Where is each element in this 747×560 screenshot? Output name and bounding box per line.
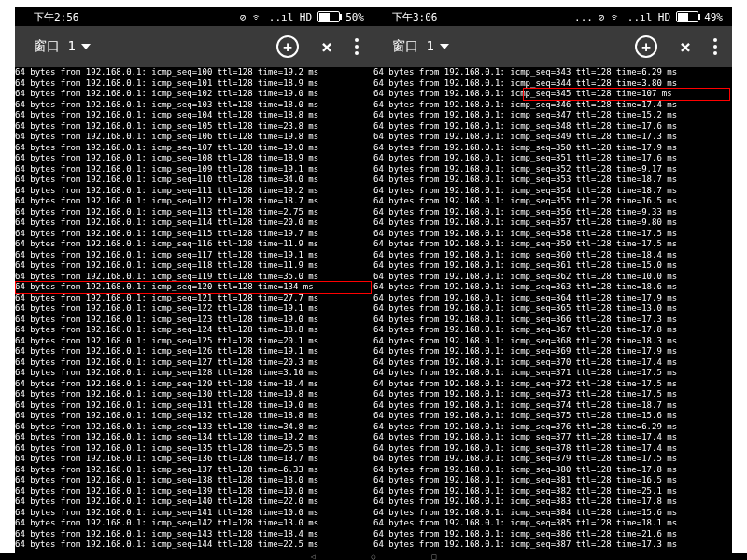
ping-line: 64 bytes from 192.168.0.1: icmp_seq=103 … <box>15 100 374 111</box>
menu-button[interactable] <box>355 38 359 55</box>
ping-line: 64 bytes from 192.168.0.1: icmp_seq=105 … <box>15 121 374 133</box>
ping-line: 64 bytes from 192.168.0.1: icmp_seq=353 … <box>374 175 732 186</box>
ping-line: 64 bytes from 192.168.0.1: icmp_seq=123 … <box>15 315 374 326</box>
ping-line: 64 bytes from 192.168.0.1: icmp_seq=350 … <box>374 143 732 154</box>
ping-line: 64 bytes from 192.168.0.1: icmp_seq=115 … <box>15 229 374 240</box>
ping-line: 64 bytes from 192.168.0.1: icmp_seq=139 … <box>15 486 374 497</box>
ping-line: 64 bytes from 192.168.0.1: icmp_seq=138 … <box>15 475 374 486</box>
ping-line: 64 bytes from 192.168.0.1: icmp_seq=100 … <box>15 67 374 78</box>
ping-line: 64 bytes from 192.168.0.1: icmp_seq=383 … <box>374 497 732 508</box>
ping-line: 64 bytes from 192.168.0.1: icmp_seq=140 … <box>15 497 374 508</box>
ping-line: 64 bytes from 192.168.0.1: icmp_seq=362 … <box>374 272 732 283</box>
highlight-box <box>523 88 730 101</box>
highlight-box <box>15 281 372 294</box>
ping-line: 64 bytes from 192.168.0.1: icmp_seq=108 … <box>15 153 374 164</box>
ping-line: 64 bytes from 192.168.0.1: icmp_seq=355 … <box>374 196 732 207</box>
add-button[interactable]: + <box>276 35 299 58</box>
window-selector[interactable]: 窗口 1 <box>15 38 91 55</box>
ping-line: 64 bytes from 192.168.0.1: icmp_seq=133 … <box>15 422 374 433</box>
ping-line: 64 bytes from 192.168.0.1: icmp_seq=386 … <box>374 529 732 540</box>
ping-line: 64 bytes from 192.168.0.1: icmp_seq=143 … <box>15 529 374 540</box>
terminal-output[interactable]: 64 bytes from 192.168.0.1: icmp_seq=100 … <box>15 67 374 551</box>
ping-line: 64 bytes from 192.168.0.1: icmp_seq=109 … <box>15 164 374 175</box>
home-button[interactable]: ○ <box>372 553 376 561</box>
ping-line: 64 bytes from 192.168.0.1: icmp_seq=387 … <box>374 539 732 551</box>
ping-line: 64 bytes from 192.168.0.1: icmp_seq=377 … <box>374 432 732 443</box>
ping-line: 64 bytes from 192.168.0.1: icmp_seq=132 … <box>15 411 374 422</box>
pane-left: 下午2:56 ⊘ ᯤ ..ıl HD 50% 窗口 1 + × 64 bytes… <box>15 7 374 553</box>
ping-line: 64 bytes from 192.168.0.1: icmp_seq=346 … <box>374 100 732 111</box>
battery-icon <box>317 11 340 22</box>
close-button[interactable]: × <box>680 35 691 58</box>
ping-line: 64 bytes from 192.168.0.1: icmp_seq=366 … <box>374 315 732 326</box>
ping-line: 64 bytes from 192.168.0.1: icmp_seq=131 … <box>15 400 374 412</box>
terminal-output[interactable]: 64 bytes from 192.168.0.1: icmp_seq=343 … <box>374 67 732 551</box>
close-button[interactable]: × <box>321 35 332 58</box>
ping-line: 64 bytes from 192.168.0.1: icmp_seq=122 … <box>15 303 374 315</box>
status-bar: 下午3:06 ... ⊘ ᯤ ..ıl HD 49% <box>374 7 732 26</box>
ping-line: 64 bytes from 192.168.0.1: icmp_seq=347 … <box>374 110 732 121</box>
ping-line: 64 bytes from 192.168.0.1: icmp_seq=102 … <box>15 89 374 100</box>
ping-line: 64 bytes from 192.168.0.1: icmp_seq=144 … <box>15 539 374 551</box>
window-label: 窗口 1 <box>392 38 434 55</box>
ping-line: 64 bytes from 192.168.0.1: icmp_seq=104 … <box>15 110 374 121</box>
battery-text: 49% <box>704 11 723 23</box>
ping-line: 64 bytes from 192.168.0.1: icmp_seq=106 … <box>15 132 374 143</box>
ping-line: 64 bytes from 192.168.0.1: icmp_seq=121 … <box>15 293 374 304</box>
chevron-down-icon <box>81 44 91 49</box>
top-bar: 窗口 1 + × <box>15 26 374 67</box>
ping-line: 64 bytes from 192.168.0.1: icmp_seq=142 … <box>15 518 374 529</box>
ping-line: 64 bytes from 192.168.0.1: icmp_seq=378 … <box>374 443 732 455</box>
ping-line: 64 bytes from 192.168.0.1: icmp_seq=373 … <box>374 389 732 400</box>
ping-line: 64 bytes from 192.168.0.1: icmp_seq=380 … <box>374 465 732 476</box>
ping-line: 64 bytes from 192.168.0.1: icmp_seq=375 … <box>374 411 732 422</box>
ping-line: 64 bytes from 192.168.0.1: icmp_seq=137 … <box>15 465 374 476</box>
ping-line: 64 bytes from 192.168.0.1: icmp_seq=116 … <box>15 239 374 250</box>
ping-line: 64 bytes from 192.168.0.1: icmp_seq=354 … <box>374 186 732 197</box>
ping-line: 64 bytes from 192.168.0.1: icmp_seq=379 … <box>374 454 732 465</box>
ping-line: 64 bytes from 192.168.0.1: icmp_seq=134 … <box>15 432 374 443</box>
ping-line: 64 bytes from 192.168.0.1: icmp_seq=101 … <box>15 78 374 90</box>
ping-line: 64 bytes from 192.168.0.1: icmp_seq=345 … <box>374 89 732 100</box>
window-label: 窗口 1 <box>34 38 76 55</box>
signal-icon: ⊘ ᯤ ..ıl HD <box>240 11 312 23</box>
ping-line: 64 bytes from 192.168.0.1: icmp_seq=381 … <box>374 475 732 486</box>
pane-right: 下午3:06 ... ⊘ ᯤ ..ıl HD 49% 窗口 1 + × 64 b… <box>374 7 732 553</box>
ping-line: 64 bytes from 192.168.0.1: icmp_seq=118 … <box>15 260 374 272</box>
ping-line: 64 bytes from 192.168.0.1: icmp_seq=361 … <box>374 260 732 272</box>
ping-line: 64 bytes from 192.168.0.1: icmp_seq=384 … <box>374 508 732 519</box>
ping-line: 64 bytes from 192.168.0.1: icmp_seq=360 … <box>374 250 732 261</box>
status-time: 下午2:56 <box>15 10 240 24</box>
signal-icon: ⊘ ᯤ ..ıl HD <box>599 11 670 23</box>
menu-button[interactable] <box>713 38 717 55</box>
ping-line: 64 bytes from 192.168.0.1: icmp_seq=352 … <box>374 164 732 175</box>
ping-line: 64 bytes from 192.168.0.1: icmp_seq=126 … <box>15 346 374 357</box>
battery-text: 50% <box>345 11 364 23</box>
ping-line: 64 bytes from 192.168.0.1: icmp_seq=127 … <box>15 357 374 369</box>
extra-icon: ... <box>574 11 593 23</box>
ping-line: 64 bytes from 192.168.0.1: icmp_seq=370 … <box>374 357 732 369</box>
window-selector[interactable]: 窗口 1 <box>374 38 449 55</box>
ping-line: 64 bytes from 192.168.0.1: icmp_seq=382 … <box>374 486 732 497</box>
ping-line: 64 bytes from 192.168.0.1: icmp_seq=120 … <box>15 282 374 293</box>
recent-button[interactable]: □ <box>431 553 436 561</box>
ping-line: 64 bytes from 192.168.0.1: icmp_seq=113 … <box>15 207 374 218</box>
ping-line: 64 bytes from 192.168.0.1: icmp_seq=114 … <box>15 217 374 229</box>
add-button[interactable]: + <box>635 35 657 58</box>
ping-line: 64 bytes from 192.168.0.1: icmp_seq=107 … <box>15 143 374 154</box>
ping-line: 64 bytes from 192.168.0.1: icmp_seq=343 … <box>374 67 732 78</box>
ping-line: 64 bytes from 192.168.0.1: icmp_seq=363 … <box>374 282 732 293</box>
ping-line: 64 bytes from 192.168.0.1: icmp_seq=367 … <box>374 325 732 336</box>
battery-icon <box>676 11 698 22</box>
ping-line: 64 bytes from 192.168.0.1: icmp_seq=364 … <box>374 293 732 304</box>
ping-line: 64 bytes from 192.168.0.1: icmp_seq=136 … <box>15 454 374 465</box>
ping-line: 64 bytes from 192.168.0.1: icmp_seq=376 … <box>374 422 732 433</box>
ping-line: 64 bytes from 192.168.0.1: icmp_seq=124 … <box>15 325 374 336</box>
ping-line: 64 bytes from 192.168.0.1: icmp_seq=125 … <box>15 336 374 347</box>
ping-line: 64 bytes from 192.168.0.1: icmp_seq=349 … <box>374 132 732 143</box>
ping-line: 64 bytes from 192.168.0.1: icmp_seq=119 … <box>15 272 374 283</box>
ping-line: 64 bytes from 192.168.0.1: icmp_seq=111 … <box>15 186 374 197</box>
back-button[interactable]: ◁ <box>311 553 316 561</box>
ping-line: 64 bytes from 192.168.0.1: icmp_seq=351 … <box>374 153 732 164</box>
status-icons: ... ⊘ ᯤ ..ıl HD 49% <box>574 11 732 23</box>
